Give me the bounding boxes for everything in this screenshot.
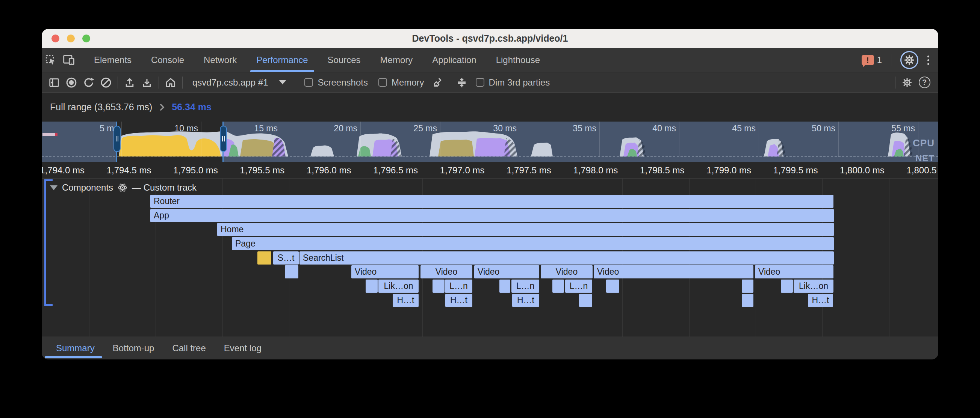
selection-right-handle[interactable]	[220, 126, 227, 152]
target-selector[interactable]: qsvd7p.csb.app #1	[186, 77, 293, 88]
load-profile-button[interactable]	[121, 74, 138, 90]
flame-bar-video[interactable]: Video	[755, 265, 834, 279]
tab-label: Sources	[328, 55, 361, 65]
flame-bar-label: Video	[352, 267, 377, 277]
flame-bar[interactable]	[366, 280, 378, 293]
overview-tick-label: 45 ms	[732, 124, 756, 134]
divider	[296, 76, 296, 89]
flame-bar-app[interactable]: App	[150, 209, 834, 222]
timeline-overview[interactable]: 5 ms10 ms15 ms20 ms25 ms30 ms35 ms40 ms4…	[42, 122, 938, 162]
maximize-window-button[interactable]	[82, 35, 90, 43]
bottom-tab-event-log[interactable]: Event log	[215, 337, 270, 359]
collect-garbage-button[interactable]	[430, 74, 447, 90]
flame-bar-lik-on[interactable]: Lik…on	[794, 280, 834, 293]
save-profile-button[interactable]	[138, 74, 156, 90]
breadcrumb-full-range[interactable]: Full range (3,653.76 ms)	[50, 102, 152, 112]
track-name: Components	[62, 182, 113, 193]
tab-application[interactable]: Application	[422, 48, 486, 72]
flame-bar-video[interactable]: Video	[541, 265, 593, 279]
gear-icon	[904, 54, 915, 66]
toolbar-right-cluster: ?	[892, 74, 938, 90]
bottom-tab-bottom-up[interactable]: Bottom-up	[104, 337, 164, 359]
flame-bar[interactable]	[579, 294, 592, 307]
flame-bar-label: Page	[232, 239, 256, 249]
tab-lighthouse[interactable]: Lighthouse	[486, 48, 550, 72]
flame-bar-label: Video	[755, 267, 780, 277]
tab-sources[interactable]: Sources	[318, 48, 371, 72]
tab-memory[interactable]: Memory	[371, 48, 423, 72]
ruler-time-label: 1,798.0 ms	[573, 165, 618, 176]
inspect-element-button[interactable]	[42, 52, 60, 68]
flame-bar-video[interactable]: Video	[420, 265, 473, 279]
flame-bar[interactable]	[285, 265, 298, 279]
flame-bar-l-n[interactable]: L…n	[565, 280, 592, 293]
home-button[interactable]	[162, 74, 179, 90]
bottom-tab-label: Call tree	[172, 343, 205, 353]
close-window-button[interactable]	[51, 35, 59, 43]
flame-bar[interactable]	[433, 280, 444, 293]
bottom-tab-label: Event log	[224, 343, 261, 353]
devtools-tabbar: ElementsConsoleNetworkPerformanceSources…	[42, 48, 938, 73]
clear-recording-button[interactable]	[97, 74, 115, 90]
flame-bar[interactable]	[552, 280, 564, 293]
settings-button-active[interactable]	[900, 51, 918, 69]
ruler-time-label: 1,800.5 ms	[906, 165, 938, 176]
memory-checkbox[interactable]: Memory	[379, 77, 424, 88]
help-button[interactable]: ?	[916, 74, 933, 90]
device-toolbar-button[interactable]	[60, 52, 78, 68]
flame-bar-h-t[interactable]: H…t	[445, 294, 473, 307]
tab-label: Memory	[380, 55, 413, 65]
bottom-tab-summary[interactable]: Summary	[47, 337, 104, 359]
flame-bar[interactable]	[742, 280, 753, 293]
flame-bar[interactable]	[781, 280, 793, 293]
flame-bar-s-t[interactable]: S…t	[273, 252, 299, 264]
tab-console[interactable]: Console	[141, 48, 194, 72]
issues-button[interactable]: ! 1	[862, 55, 882, 65]
dim-3rd-parties-checkbox[interactable]: Dim 3rd parties	[476, 77, 550, 88]
more-options-button[interactable]	[924, 55, 932, 65]
selection-left-handle[interactable]	[113, 126, 121, 152]
flame-bar[interactable]	[742, 294, 753, 307]
flame-bar[interactable]	[606, 280, 619, 293]
tab-elements[interactable]: Elements	[84, 48, 141, 72]
chevron-right-icon	[159, 103, 165, 111]
flame-bar-h-t[interactable]: H…t	[808, 294, 833, 307]
device-toolbar-icon	[63, 54, 75, 66]
flame-bar-video[interactable]: Video	[474, 265, 539, 279]
tab-network[interactable]: Network	[194, 48, 247, 72]
flame-bar[interactable]	[500, 280, 510, 293]
flame-bar-page[interactable]: Page	[232, 237, 834, 250]
titlebar: DevTools - qsvd7p.csb.app/video/1	[42, 29, 938, 48]
performance-toolbar: qsvd7p.csb.app #1 Screenshots Memory	[42, 73, 938, 93]
shortcuts-dialog-button[interactable]	[453, 74, 471, 90]
record-and-reload-button[interactable]	[80, 74, 97, 90]
flame-chart[interactable]: Components — Custom track RouterAppHomeP…	[42, 179, 938, 337]
bottom-tab-call-tree[interactable]: Call tree	[163, 337, 215, 359]
flame-bar-router[interactable]: Router	[150, 195, 834, 208]
flame-bar[interactable]	[258, 252, 271, 264]
flame-bar-lik-on[interactable]: Lik…on	[379, 280, 418, 293]
flame-bar-l-n[interactable]: L…n	[511, 280, 539, 293]
ruler-time-label: 1,794.0 ms	[42, 165, 84, 176]
overview-tick	[679, 122, 679, 157]
flame-bar-label: L…n	[570, 281, 588, 291]
flame-bar-video[interactable]: Video	[594, 265, 753, 279]
minimize-window-button[interactable]	[67, 35, 75, 43]
breadcrumb-selected-range[interactable]: 56.34 ms	[172, 102, 212, 112]
flame-bar-l-n[interactable]: L…n	[445, 280, 473, 293]
screenshots-checkbox[interactable]: Screenshots	[304, 77, 368, 88]
flame-bar-home[interactable]: Home	[217, 223, 834, 236]
panel-settings-button[interactable]	[899, 74, 916, 90]
track-header[interactable]: Components — Custom track	[50, 182, 197, 193]
tab-label: Console	[151, 55, 184, 65]
flame-bar-searchlist[interactable]: SearchList	[299, 252, 834, 264]
flame-bar-video[interactable]: Video	[352, 265, 418, 279]
screen: DevTools - qsvd7p.csb.app/video/1 Elemen…	[0, 0, 980, 418]
flame-bar-h-t[interactable]: H…t	[512, 294, 539, 307]
toggle-sidebar-button[interactable]	[46, 74, 63, 90]
tab-performance[interactable]: Performance	[247, 48, 318, 72]
record-button[interactable]	[63, 74, 80, 90]
gridline	[889, 179, 889, 337]
cpu-strip-label: CPU	[913, 137, 934, 149]
flame-bar-h-t[interactable]: H…t	[393, 294, 418, 307]
